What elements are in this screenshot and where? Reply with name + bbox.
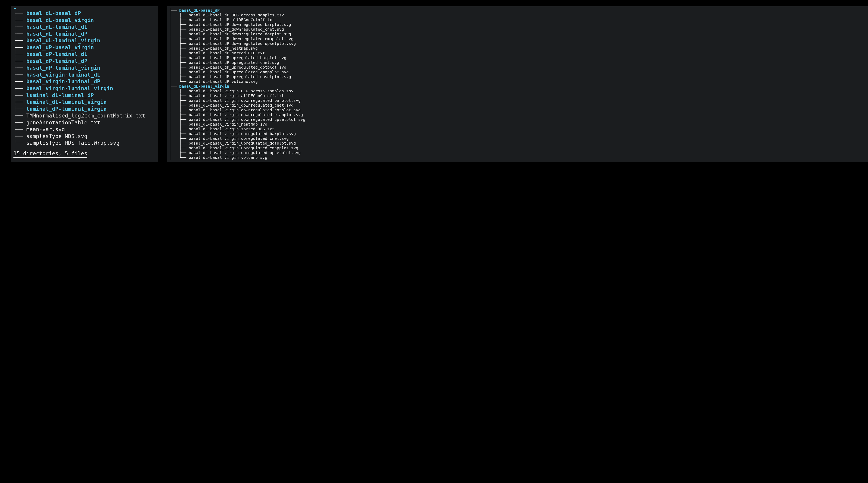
tree-file-row[interactable]: │ ├── basal_dL-basal_dP_DEG_across_sampl… — [169, 13, 865, 18]
tree-file-row[interactable]: └── samplesType_MDS_facetWrap.svg — [13, 140, 155, 147]
tree-dir-row[interactable]: ├── basal_dL-basal_virgin — [169, 84, 865, 89]
tree-file-row[interactable]: ├── geneAnnotationTable.txt — [13, 119, 155, 126]
tree-branch-glyph: │ └── — [169, 79, 189, 84]
directory-name: basal_dP-luminal_virgin — [26, 65, 100, 71]
file-name: basal_dL-basal_virgin_downregulated_upse… — [189, 117, 305, 122]
tree-branch-glyph: ├── — [13, 113, 26, 119]
tree-file-row[interactable]: │ ├── basal_dL-basal_virgin_heatmap.svg — [169, 122, 865, 127]
tree-branch-glyph: │ ├── — [169, 18, 189, 22]
tree-file-row[interactable]: │ ├── basal_dL-basal_virgin_allDEGnoCuto… — [169, 93, 865, 98]
file-name: TMMnormalised_log2cpm_countMatrix.txt — [26, 113, 145, 119]
tree-branch-glyph: ├── — [169, 8, 179, 13]
tree-file-row[interactable]: │ ├── basal_dL-basal_virgin_upregulated_… — [169, 131, 865, 136]
tree-file-row[interactable]: │ ├── basal_dL-basal_dP_sorted_DEG.txt — [169, 51, 865, 55]
tree-dir-row[interactable]: ├── basal_dL-luminal_dL — [13, 24, 155, 30]
file-name: basal_dL-basal_dP_downregulated_dotplot.… — [189, 32, 291, 36]
tree-file-row[interactable]: │ ├── basal_dL-basal_dP_downregulated_ba… — [169, 22, 865, 27]
tree-file-row[interactable]: │ ├── basal_dL-basal_virgin_upregulated_… — [169, 141, 865, 146]
tree-branch-glyph: │ ├── — [169, 131, 189, 136]
tree-dir-row[interactable]: ├── basal_dP-luminal_dL — [13, 51, 155, 58]
tree-file-row[interactable]: │ └── basal_dL-basal_dP_volcano.svg — [169, 79, 865, 84]
tree-file-row[interactable]: ├── mean-var.svg — [13, 126, 155, 133]
tree-branch-glyph: │ ├── — [169, 103, 189, 108]
tree-dir-row[interactable]: ├── basal_dL-luminal_dP — [13, 30, 155, 37]
file-name: basal_dL-basal_virgin_downregulated_cnet… — [189, 103, 293, 108]
directory-name: basal_dL-luminal_virgin — [26, 37, 100, 43]
tree-branch-glyph: ├── — [13, 31, 26, 37]
tree-branch-glyph: ├── — [13, 85, 26, 91]
tree-branch-glyph: │ ├── — [169, 65, 189, 70]
tree-file-row[interactable]: │ ├── basal_dL-basal_dP_upregulated_barp… — [169, 55, 865, 60]
tree-branch-glyph: │ ├── — [169, 150, 189, 155]
tree-file-row[interactable]: │ ├── basal_dL-basal_dP_downregulated_do… — [169, 32, 865, 36]
tree-dir-row[interactable]: ├── basal_virgin-luminal_virgin — [13, 85, 155, 92]
tree-file-row[interactable]: │ ├── basal_dL-basal_virgin_upregulated_… — [169, 136, 865, 141]
tree-dir-row[interactable]: ├── luminal_dL-luminal_dP — [13, 92, 155, 99]
file-name: basal_dL-basal_dP_upregulated_upsetplot.… — [189, 74, 291, 79]
tree-file-row[interactable]: │ ├── basal_dL-basal_virgin_downregulate… — [169, 103, 865, 108]
directory-name: basal_dP-luminal_dP — [26, 58, 87, 64]
tree-file-row[interactable]: │ ├── basal_dL-basal_virgin_upregulated_… — [169, 146, 865, 150]
tree-file-row[interactable]: │ ├── basal_dL-basal_dP_upregulated_upse… — [169, 74, 865, 79]
tree-file-row[interactable]: │ ├── basal_dL-basal_dP_upregulated_cnet… — [169, 60, 865, 65]
file-name: basal_dL-basal_dP_volcano.svg — [189, 79, 258, 84]
tree-file-row[interactable]: │ ├── basal_dL-basal_dP_downregulated_em… — [169, 36, 865, 41]
tree-branch-glyph: ├── — [13, 119, 26, 126]
tree-dir-row[interactable]: ├── basal_virgin-luminal_dP — [13, 78, 155, 85]
file-name: basal_dL-basal_dP_allDEGnoCutoff.txt — [189, 18, 274, 22]
tree-file-row[interactable]: │ ├── basal_dL-basal_virgin_downregulate… — [169, 108, 865, 112]
tree-file-row[interactable]: │ ├── basal_dL-basal_virgin_upregulated_… — [169, 150, 865, 155]
tree-branch-glyph: │ ├── — [169, 117, 189, 122]
directory-name: basal_dP-luminal_dL — [26, 51, 87, 57]
file-name: basal_dL-basal_dP_downregulated_barplot.… — [189, 22, 291, 27]
tree-file-row[interactable]: ├── TMMnormalised_log2cpm_countMatrix.tx… — [13, 112, 155, 119]
tree-dir-row[interactable]: ├── basal_dL-luminal_virgin — [13, 37, 155, 44]
tree-branch-glyph: ├── — [169, 84, 179, 89]
tree-branch-glyph: ├── — [13, 58, 26, 64]
tree-branch-glyph: │ ├── — [169, 22, 189, 27]
tree-file-row[interactable]: │ ├── basal_dL-basal_dP_downregulated_cn… — [169, 27, 865, 32]
tree-file-row[interactable]: │ ├── basal_dL-basal_virgin_DEG_across_s… — [169, 89, 865, 93]
tree-dir-row[interactable]: ├── luminal_dL-luminal_virgin — [13, 99, 155, 105]
tree-file-row[interactable]: │ ├── basal_dL-basal_dP_allDEGnoCutoff.t… — [169, 18, 865, 22]
tree-branch-glyph: ├── — [13, 106, 26, 112]
directory-name: basal_dL-luminal_dL — [26, 24, 87, 30]
tree-branch-glyph: ├── — [13, 10, 26, 16]
tree-file-row[interactable]: │ └── basal_dL-basal_virgin_volcano.svg — [169, 155, 865, 160]
tree-dir-row[interactable]: ├── basal_dP-luminal_virgin — [13, 64, 155, 71]
tree-file-row[interactable]: │ ├── basal_dL-basal_dP_heatmap.svg — [169, 46, 865, 51]
tree-dir-row[interactable]: ├── basal_dL-basal_dP — [13, 10, 155, 17]
file-name: mean-var.svg — [26, 126, 65, 132]
tree-file-row[interactable]: │ ├── basal_dL-basal_dP_downregulated_up… — [169, 41, 865, 46]
tree-branch-glyph: ├── — [13, 65, 26, 71]
directory-name: basal_dL-basal_virgin — [26, 17, 94, 23]
file-name: basal_dL-basal_dP_heatmap.svg — [189, 46, 258, 51]
tree-branch-glyph: ├── — [13, 71, 26, 78]
tree-dir-row[interactable]: ├── basal_virgin-luminal_dL — [13, 71, 155, 78]
tree-dir-row[interactable]: ├── basal_dL-basal_dP — [169, 8, 865, 13]
tree-branch-glyph: │ ├── — [169, 36, 189, 41]
tree-file-row[interactable]: │ ├── basal_dL-basal_dP_upregulated_emap… — [169, 70, 865, 74]
tree-file-row[interactable]: │ ├── basal_dL-basal_virgin_sorted_DEG.t… — [169, 127, 865, 131]
tree-branch-glyph: │ ├── — [169, 93, 189, 98]
file-name: samplesType_MDS.svg — [26, 133, 87, 139]
directory-name: basal_dL-basal_dP — [179, 8, 220, 13]
file-name: samplesType_MDS_facetWrap.svg — [26, 140, 119, 146]
directory-name: basal_virgin-luminal_virgin — [26, 85, 113, 91]
tree-file-row[interactable]: │ ├── basal_dL-basal_dP_upregulated_dotp… — [169, 65, 865, 70]
tree-file-row[interactable]: │ ├── basal_dL-basal_virgin_downregulate… — [169, 98, 865, 103]
directory-name: luminal_dL-luminal_virgin — [26, 99, 106, 105]
file-name: basal_dL-basal_virgin_upregulated_emappl… — [189, 146, 298, 150]
tree-branch-glyph: │ ├── — [169, 32, 189, 36]
tree-file-row[interactable]: │ ├── basal_dL-basal_virgin_downregulate… — [169, 117, 865, 122]
file-name: geneAnnotationTable.txt — [26, 119, 100, 126]
file-name: basal_dL-basal_virgin_upregulated_dotplo… — [189, 141, 296, 146]
tree-dir-row[interactable]: ├── basal_dP-luminal_dP — [13, 58, 155, 65]
tree-file-row[interactable]: │ ├── basal_dL-basal_virgin_downregulate… — [169, 112, 865, 117]
tree-dir-row[interactable]: ├── luminal_dP-luminal_virgin — [13, 105, 155, 113]
tree-branch-glyph: │ ├── — [169, 146, 189, 150]
tree-branch-glyph: └── — [13, 140, 26, 146]
tree-file-row[interactable]: ├── samplesType_MDS.svg — [13, 133, 155, 140]
tree-dir-row[interactable]: ├── basal_dL-basal_virgin — [13, 17, 155, 24]
tree-dir-row[interactable]: ├── basal_dP-basal_virgin — [13, 44, 155, 51]
